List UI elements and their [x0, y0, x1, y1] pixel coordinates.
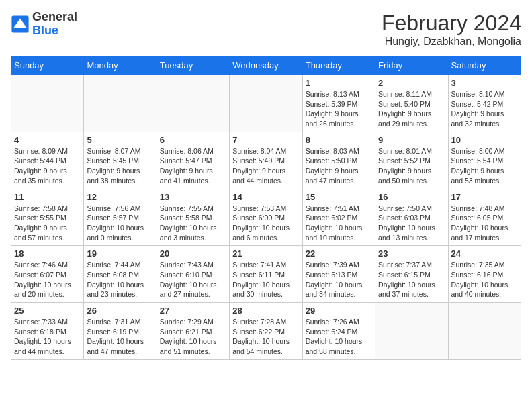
day-number: 4 — [14, 135, 81, 145]
day-info: Sunrise: 7:44 AM Sunset: 6:08 PM Dayligh… — [87, 260, 153, 300]
calendar-cell: 3Sunrise: 8:10 AM Sunset: 5:42 PM Daylig… — [448, 75, 521, 132]
calendar-cell: 8Sunrise: 8:03 AM Sunset: 5:50 PM Daylig… — [302, 132, 375, 189]
calendar-cell: 20Sunrise: 7:43 AM Sunset: 6:10 PM Dayli… — [157, 246, 229, 303]
calendar-cell — [230, 75, 302, 132]
calendar-cell: 25Sunrise: 7:33 AM Sunset: 6:18 PM Dayli… — [11, 303, 84, 360]
calendar-cell: 23Sunrise: 7:37 AM Sunset: 6:15 PM Dayli… — [375, 246, 448, 303]
calendar-cell: 21Sunrise: 7:41 AM Sunset: 6:11 PM Dayli… — [230, 246, 302, 303]
calendar-week-1: 4Sunrise: 8:09 AM Sunset: 5:44 PM Daylig… — [11, 132, 521, 189]
day-number: 18 — [14, 248, 81, 259]
calendar-cell: 18Sunrise: 7:46 AM Sunset: 6:07 PM Dayli… — [11, 246, 84, 303]
month-title: February 2024 — [382, 11, 521, 36]
calendar-cell: 1Sunrise: 8:13 AM Sunset: 5:39 PM Daylig… — [302, 75, 375, 132]
day-info: Sunrise: 8:10 AM Sunset: 5:42 PM Dayligh… — [451, 89, 518, 129]
day-info: Sunrise: 7:58 AM Sunset: 5:55 PM Dayligh… — [14, 203, 81, 243]
day-info: Sunrise: 7:35 AM Sunset: 6:16 PM Dayligh… — [451, 260, 518, 300]
day-number: 29 — [306, 306, 372, 316]
calendar-week-3: 18Sunrise: 7:46 AM Sunset: 6:07 PM Dayli… — [11, 246, 521, 303]
logo-general-text: General — [32, 10, 77, 24]
calendar-cell: 5Sunrise: 8:07 AM Sunset: 5:45 PM Daylig… — [84, 132, 157, 189]
weekday-header-row: SundayMondayTuesdayWednesdayThursdayFrid… — [11, 56, 521, 75]
calendar-week-2: 11Sunrise: 7:58 AM Sunset: 5:55 PM Dayli… — [11, 189, 521, 246]
calendar-body: 1Sunrise: 8:13 AM Sunset: 5:39 PM Daylig… — [11, 75, 521, 360]
day-info: Sunrise: 8:01 AM Sunset: 5:52 PM Dayligh… — [378, 146, 445, 186]
day-number: 12 — [87, 192, 153, 202]
calendar-cell: 10Sunrise: 8:00 AM Sunset: 5:54 PM Dayli… — [448, 132, 521, 189]
day-number: 15 — [306, 192, 372, 202]
day-info: Sunrise: 7:48 AM Sunset: 6:05 PM Dayligh… — [451, 203, 518, 243]
logo-icon — [11, 15, 30, 34]
calendar-cell — [84, 75, 157, 132]
logo: General Blue — [11, 11, 77, 38]
day-info: Sunrise: 8:06 AM Sunset: 5:47 PM Dayligh… — [160, 146, 226, 186]
day-number: 21 — [232, 248, 299, 259]
calendar-cell: 13Sunrise: 7:55 AM Sunset: 5:58 PM Dayli… — [157, 189, 229, 246]
day-number: 10 — [451, 135, 518, 145]
calendar-cell — [448, 303, 521, 360]
calendar-cell: 4Sunrise: 8:09 AM Sunset: 5:44 PM Daylig… — [11, 132, 84, 189]
calendar-cell: 19Sunrise: 7:44 AM Sunset: 6:08 PM Dayli… — [84, 246, 157, 303]
day-info: Sunrise: 7:33 AM Sunset: 6:18 PM Dayligh… — [14, 317, 81, 357]
day-info: Sunrise: 7:31 AM Sunset: 6:19 PM Dayligh… — [87, 317, 153, 357]
weekday-header-friday: Friday — [375, 56, 448, 75]
calendar-cell: 6Sunrise: 8:06 AM Sunset: 5:47 PM Daylig… — [157, 132, 229, 189]
weekday-header-sunday: Sunday — [11, 56, 84, 75]
calendar-cell — [375, 303, 448, 360]
day-info: Sunrise: 7:37 AM Sunset: 6:15 PM Dayligh… — [378, 260, 445, 300]
calendar-cell: 11Sunrise: 7:58 AM Sunset: 5:55 PM Dayli… — [11, 189, 84, 246]
day-number: 26 — [87, 306, 153, 316]
page-header: General Blue February 2024 Hungiy, Dzabk… — [11, 11, 521, 48]
day-number: 24 — [451, 248, 518, 259]
day-info: Sunrise: 7:56 AM Sunset: 5:57 PM Dayligh… — [87, 203, 153, 243]
day-info: Sunrise: 7:28 AM Sunset: 6:22 PM Dayligh… — [232, 317, 299, 357]
calendar-cell — [157, 75, 229, 132]
calendar-cell: 24Sunrise: 7:35 AM Sunset: 6:16 PM Dayli… — [448, 246, 521, 303]
calendar-cell: 22Sunrise: 7:39 AM Sunset: 6:13 PM Dayli… — [302, 246, 375, 303]
day-number: 13 — [160, 192, 226, 202]
calendar-cell: 17Sunrise: 7:48 AM Sunset: 6:05 PM Dayli… — [448, 189, 521, 246]
day-number: 20 — [160, 248, 226, 259]
weekday-header-monday: Monday — [84, 56, 157, 75]
day-info: Sunrise: 7:39 AM Sunset: 6:13 PM Dayligh… — [306, 260, 372, 300]
day-info: Sunrise: 7:53 AM Sunset: 6:00 PM Dayligh… — [232, 203, 299, 243]
day-info: Sunrise: 8:09 AM Sunset: 5:44 PM Dayligh… — [14, 146, 81, 186]
calendar-cell: 28Sunrise: 7:28 AM Sunset: 6:22 PM Dayli… — [230, 303, 302, 360]
weekday-header-thursday: Thursday — [302, 56, 375, 75]
weekday-header-tuesday: Tuesday — [157, 56, 229, 75]
day-number: 22 — [306, 248, 372, 259]
day-number: 27 — [160, 306, 226, 316]
calendar-cell: 29Sunrise: 7:26 AM Sunset: 6:24 PM Dayli… — [302, 303, 375, 360]
day-number: 2 — [378, 78, 445, 88]
weekday-header-wednesday: Wednesday — [230, 56, 302, 75]
day-number: 14 — [232, 192, 299, 202]
calendar-cell: 27Sunrise: 7:29 AM Sunset: 6:21 PM Dayli… — [157, 303, 229, 360]
day-info: Sunrise: 8:11 AM Sunset: 5:40 PM Dayligh… — [378, 89, 445, 129]
calendar-week-4: 25Sunrise: 7:33 AM Sunset: 6:18 PM Dayli… — [11, 303, 521, 360]
day-number: 25 — [14, 306, 81, 316]
day-info: Sunrise: 7:41 AM Sunset: 6:11 PM Dayligh… — [232, 260, 299, 300]
calendar-cell: 12Sunrise: 7:56 AM Sunset: 5:57 PM Dayli… — [84, 189, 157, 246]
calendar-week-0: 1Sunrise: 8:13 AM Sunset: 5:39 PM Daylig… — [11, 75, 521, 132]
logo-blue-text: Blue — [32, 24, 58, 37]
day-number: 11 — [14, 192, 81, 202]
day-number: 7 — [232, 135, 299, 145]
location: Hungiy, Dzabkhan, Mongolia — [382, 36, 521, 48]
day-info: Sunrise: 8:03 AM Sunset: 5:50 PM Dayligh… — [306, 146, 372, 186]
day-number: 9 — [378, 135, 445, 145]
calendar-table: SundayMondayTuesdayWednesdayThursdayFrid… — [11, 56, 521, 360]
day-info: Sunrise: 7:46 AM Sunset: 6:07 PM Dayligh… — [14, 260, 81, 300]
day-number: 6 — [160, 135, 226, 145]
day-number: 17 — [451, 192, 518, 202]
calendar-cell: 16Sunrise: 7:50 AM Sunset: 6:03 PM Dayli… — [375, 189, 448, 246]
day-info: Sunrise: 7:29 AM Sunset: 6:21 PM Dayligh… — [160, 317, 226, 357]
day-info: Sunrise: 7:26 AM Sunset: 6:24 PM Dayligh… — [306, 317, 372, 357]
day-info: Sunrise: 7:50 AM Sunset: 6:03 PM Dayligh… — [378, 203, 445, 243]
day-number: 5 — [87, 135, 153, 145]
day-number: 28 — [232, 306, 299, 316]
calendar-cell: 14Sunrise: 7:53 AM Sunset: 6:00 PM Dayli… — [230, 189, 302, 246]
day-info: Sunrise: 8:07 AM Sunset: 5:45 PM Dayligh… — [87, 146, 153, 186]
day-info: Sunrise: 7:55 AM Sunset: 5:58 PM Dayligh… — [160, 203, 226, 243]
day-number: 1 — [306, 78, 372, 88]
day-info: Sunrise: 7:43 AM Sunset: 6:10 PM Dayligh… — [160, 260, 226, 300]
day-number: 3 — [451, 78, 518, 88]
